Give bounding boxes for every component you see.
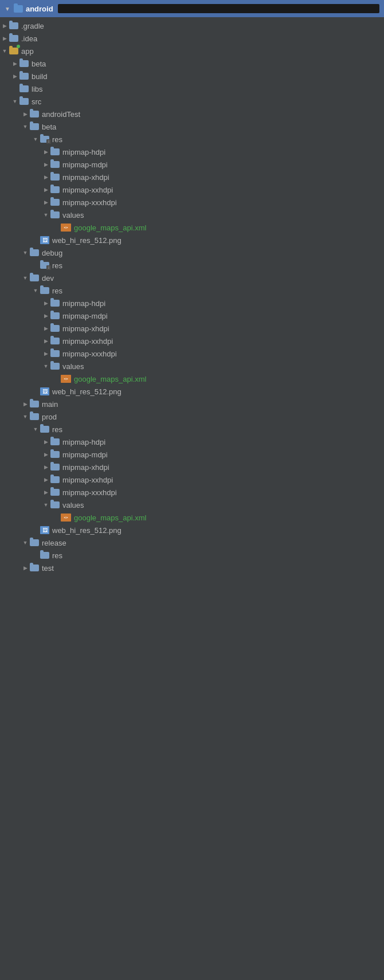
expand-arrow-icon[interactable] bbox=[21, 414, 30, 420]
list-item[interactable]: web_hi_res_512.png bbox=[0, 234, 384, 246]
collapse-arrow-icon[interactable] bbox=[10, 73, 19, 79]
list-item[interactable]: release bbox=[0, 536, 384, 549]
list-item[interactable]: res bbox=[0, 423, 384, 436]
collapse-arrow-icon[interactable] bbox=[41, 489, 50, 495]
list-item[interactable]: web_hi_res_512.png bbox=[0, 385, 384, 398]
list-item[interactable]: google_maps_api.xml bbox=[0, 221, 384, 234]
collapse-arrow-icon[interactable] bbox=[0, 36, 9, 41]
list-item[interactable]: mipmap-xxhdpi bbox=[0, 183, 384, 196]
expand-arrow-icon[interactable] bbox=[21, 124, 30, 130]
expand-arrow-icon[interactable] bbox=[0, 48, 9, 54]
item-label: mipmap-xhdpi bbox=[62, 463, 109, 472]
folder-icon bbox=[30, 111, 39, 117]
collapse-arrow-icon[interactable] bbox=[41, 351, 50, 356]
list-item[interactable]: mipmap-xxxhdpi bbox=[0, 347, 384, 360]
collapse-arrow-icon[interactable] bbox=[41, 464, 50, 470]
folder-icon bbox=[19, 60, 29, 67]
expand-arrow-icon[interactable] bbox=[41, 363, 50, 369]
collapse-arrow-icon[interactable] bbox=[10, 61, 19, 66]
collapse-arrow-icon[interactable] bbox=[21, 565, 30, 571]
list-item[interactable]: mipmap-xhdpi bbox=[0, 171, 384, 183]
list-item[interactable]: test bbox=[0, 562, 384, 574]
list-item[interactable]: mipmap-mdpi bbox=[0, 448, 384, 461]
collapse-arrow-icon[interactable] bbox=[21, 111, 30, 117]
collapse-arrow-icon[interactable] bbox=[41, 300, 50, 306]
collapse-arrow-icon[interactable] bbox=[41, 477, 50, 483]
list-item[interactable]: src bbox=[0, 95, 384, 108]
list-item[interactable]: mipmap-hdpi bbox=[0, 146, 384, 158]
list-item[interactable]: dev bbox=[0, 272, 384, 284]
list-item[interactable]: androidTest bbox=[0, 108, 384, 120]
list-item[interactable]: values bbox=[0, 499, 384, 511]
list-item[interactable]: debug bbox=[0, 246, 384, 259]
item-label: mipmap-xxhdpi bbox=[62, 476, 113, 484]
res-folder-icon: ≡ bbox=[40, 262, 49, 269]
list-item[interactable]: res bbox=[0, 549, 384, 562]
expand-arrow-icon[interactable] bbox=[10, 99, 19, 104]
expand-arrow-icon[interactable] bbox=[31, 426, 40, 432]
list-item[interactable]: mipmap-xhdpi bbox=[0, 322, 384, 335]
list-item[interactable]: mipmap-xxhdpi bbox=[0, 335, 384, 347]
collapse-arrow-icon[interactable] bbox=[41, 199, 50, 205]
list-item[interactable]: mipmap-xxhdpi bbox=[0, 473, 384, 486]
list-item[interactable]: prod bbox=[0, 410, 384, 423]
list-item[interactable]: values bbox=[0, 209, 384, 221]
list-item[interactable]: libs bbox=[0, 83, 384, 95]
collapse-arrow-icon[interactable] bbox=[41, 338, 50, 344]
list-item[interactable]: mipmap-xxxhdpi bbox=[0, 486, 384, 499]
tree-header[interactable]: ▼ android bbox=[0, 0, 384, 17]
list-item[interactable]: ≡res bbox=[0, 259, 384, 272]
list-item[interactable]: web_hi_res_512.png bbox=[0, 524, 384, 536]
expand-arrow-icon[interactable] bbox=[31, 136, 40, 142]
folder-icon bbox=[19, 85, 29, 92]
collapse-arrow-icon[interactable] bbox=[41, 174, 50, 180]
list-item[interactable]: mipmap-mdpi bbox=[0, 309, 384, 322]
collapse-arrow-icon[interactable] bbox=[41, 187, 50, 193]
collapse-arrow-icon[interactable] bbox=[41, 439, 50, 445]
item-label: mipmap-mdpi bbox=[62, 160, 108, 169]
list-item[interactable]: beta bbox=[0, 120, 384, 133]
tree-container: ▼ android .gradle.ideaappbetabuildlibssr… bbox=[0, 0, 384, 577]
collapse-arrow-icon[interactable] bbox=[41, 452, 50, 457]
list-item[interactable]: mipmap-hdpi bbox=[0, 297, 384, 309]
folder-icon bbox=[30, 123, 39, 130]
folder-icon bbox=[30, 539, 39, 546]
list-item[interactable]: app bbox=[0, 45, 384, 57]
folder-icon bbox=[30, 275, 39, 281]
header-folder-icon bbox=[14, 5, 23, 13]
list-item[interactable]: main bbox=[0, 398, 384, 410]
list-item[interactable]: mipmap-xhdpi bbox=[0, 461, 384, 473]
expand-arrow-icon[interactable] bbox=[31, 288, 40, 293]
collapse-arrow-icon[interactable] bbox=[41, 326, 50, 331]
list-item[interactable]: mipmap-xxxhdpi bbox=[0, 196, 384, 209]
collapse-arrow-icon[interactable] bbox=[21, 401, 30, 407]
list-item[interactable]: mipmap-hdpi bbox=[0, 436, 384, 448]
expand-arrow-icon[interactable] bbox=[41, 212, 50, 218]
folder-icon bbox=[50, 451, 60, 458]
list-item[interactable]: build bbox=[0, 70, 384, 83]
list-item[interactable]: google_maps_api.xml bbox=[0, 373, 384, 385]
list-item[interactable]: res bbox=[0, 284, 384, 297]
list-item[interactable]: values bbox=[0, 360, 384, 373]
collapse-arrow-icon[interactable] bbox=[41, 313, 50, 319]
collapse-arrow-icon[interactable] bbox=[41, 149, 50, 155]
list-item[interactable]: .idea bbox=[0, 32, 384, 45]
expand-arrow-icon[interactable] bbox=[41, 502, 50, 508]
list-item[interactable]: beta bbox=[0, 57, 384, 70]
item-label: values bbox=[62, 211, 84, 219]
list-item[interactable]: google_maps_api.xml bbox=[0, 511, 384, 524]
folder-icon bbox=[30, 413, 39, 420]
list-item[interactable]: mipmap-mdpi bbox=[0, 158, 384, 171]
collapse-arrow-icon[interactable] bbox=[0, 23, 9, 29]
collapse-arrow-icon[interactable] bbox=[41, 162, 50, 167]
folder-icon bbox=[50, 350, 60, 357]
expand-arrow-icon[interactable] bbox=[21, 540, 30, 546]
expand-arrow-icon[interactable] bbox=[21, 250, 30, 256]
item-label: beta bbox=[32, 60, 46, 68]
item-label: src bbox=[32, 97, 41, 106]
png-file-icon bbox=[40, 526, 49, 534]
list-item[interactable]: ≡res bbox=[0, 133, 384, 146]
expand-arrow-icon[interactable] bbox=[21, 275, 30, 281]
folder-icon bbox=[50, 489, 60, 496]
list-item[interactable]: .gradle bbox=[0, 19, 384, 32]
